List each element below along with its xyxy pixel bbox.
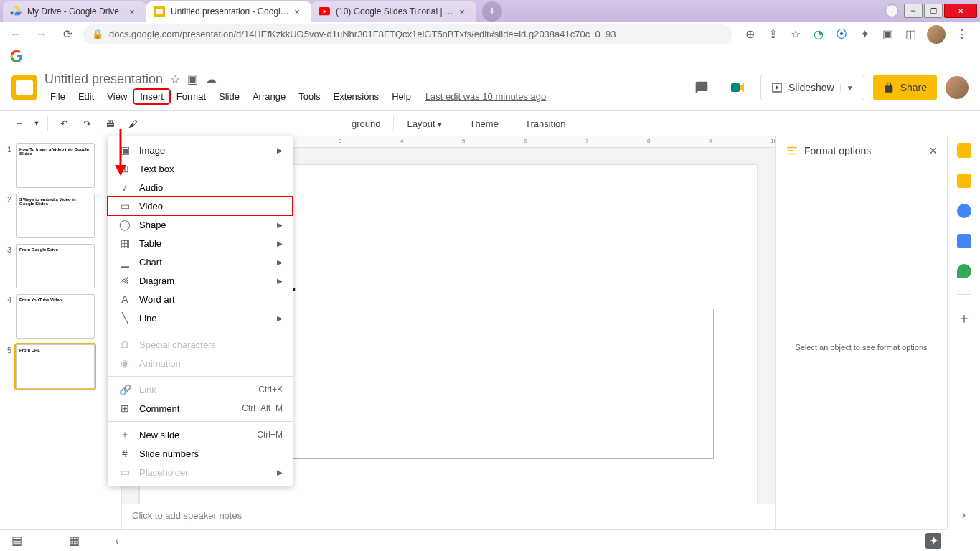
- menu-item-label: Video: [139, 201, 283, 212]
- tab-close-button[interactable]: ×: [129, 6, 139, 17]
- insert-menu-slide-numbers[interactable]: #Slide numbers: [108, 444, 293, 463]
- slide-thumbnail[interactable]: From YouTube Video: [16, 294, 95, 339]
- slideshow-dropdown-icon[interactable]: ▼: [840, 84, 854, 92]
- toolbar-layout[interactable]: Layout▼: [400, 118, 450, 129]
- addons-button[interactable]: ＋: [957, 311, 971, 325]
- keep-icon[interactable]: [957, 174, 971, 188]
- menu-tools[interactable]: Tools: [293, 90, 326, 103]
- menu-file[interactable]: File: [44, 90, 71, 103]
- newslide-icon: ＋: [118, 428, 132, 441]
- browser-profile-avatar[interactable]: [927, 25, 946, 44]
- window-minimize-button[interactable]: ━: [904, 4, 923, 18]
- insert-menu-diagram[interactable]: ⫷Diagram▶: [108, 271, 293, 290]
- submenu-arrow-icon: ▶: [277, 221, 283, 229]
- menu-view[interactable]: View: [101, 90, 133, 103]
- reload-button[interactable]: ⟳: [57, 24, 77, 44]
- browser-tab[interactable]: My Drive - Google Drive×: [3, 1, 146, 22]
- browser-tab[interactable]: Untitled presentation - Google Sl×: [146, 1, 311, 22]
- window-close-button[interactable]: ✕: [944, 4, 977, 18]
- slide-thumbnail[interactable]: From Google Drive: [16, 244, 95, 288]
- slides-logo-icon[interactable]: [11, 75, 37, 100]
- bookmark-icon[interactable]: ☆: [789, 28, 802, 41]
- contacts-icon[interactable]: [957, 234, 971, 248]
- close-panel-button[interactable]: ×: [929, 143, 937, 159]
- chrome-menu-icon[interactable]: ⋮: [956, 28, 969, 41]
- new-tab-button[interactable]: +: [482, 1, 502, 22]
- new-slide-button[interactable]: ＋: [9, 113, 29, 133]
- grid-view-button[interactable]: ▦: [63, 532, 85, 550]
- collapse-button[interactable]: ‹: [106, 532, 128, 550]
- calendar-icon[interactable]: [957, 143, 971, 158]
- hide-side-panel-icon[interactable]: ›: [957, 508, 971, 522]
- insert-menu-new-slide[interactable]: ＋New slideCtrl+M: [108, 425, 293, 444]
- share-page-icon[interactable]: ⇪: [766, 28, 779, 41]
- toolbar-theme[interactable]: Theme: [462, 118, 505, 129]
- side-panel-icon[interactable]: ◫: [904, 28, 917, 41]
- tab-title: Untitled presentation - Google Sl: [171, 6, 290, 17]
- extension-icon-1[interactable]: ◔: [812, 28, 825, 41]
- redo-button[interactable]: ↷: [77, 113, 97, 133]
- share-button[interactable]: Share: [873, 75, 937, 100]
- insert-menu-table[interactable]: ▦Table▶: [108, 234, 293, 253]
- explore-button[interactable]: ✦: [925, 533, 941, 549]
- meet-button[interactable]: [723, 75, 752, 100]
- insert-menu-word-art[interactable]: AWord art: [108, 290, 293, 309]
- tasks-icon[interactable]: [957, 204, 971, 218]
- menu-edit[interactable]: Edit: [72, 90, 100, 103]
- insert-menu-audio[interactable]: ♪Audio: [108, 178, 293, 197]
- insert-menu-chart[interactable]: ▁Chart▶: [108, 253, 293, 271]
- back-button[interactable]: ←: [6, 24, 26, 44]
- insert-menu-comment[interactable]: ⊞CommentCtrl+Alt+M: [108, 399, 293, 418]
- menu-help[interactable]: Help: [386, 90, 417, 103]
- tab-close-button[interactable]: ×: [459, 6, 469, 17]
- submenu-arrow-icon: ▶: [277, 258, 283, 266]
- insert-menu-line[interactable]: ╲Line▶: [108, 309, 293, 327]
- tab-close-button[interactable]: ×: [294, 6, 304, 17]
- paint-format-button[interactable]: 🖌: [123, 113, 143, 133]
- insert-menu-video[interactable]: ▭Video: [108, 197, 293, 215]
- doc-title[interactable]: Untitled presentation: [44, 72, 163, 87]
- menu-arrange[interactable]: Arrange: [247, 90, 291, 103]
- svg-rect-3: [731, 83, 740, 92]
- slideshow-button[interactable]: Slideshow ▼: [760, 75, 864, 100]
- menu-item-label: New slide: [139, 430, 257, 441]
- submenu-arrow-icon: ▶: [277, 146, 283, 154]
- insert-menu-image[interactable]: ▣Image▶: [108, 141, 293, 159]
- slide-thumbnail[interactable]: 3 Ways to embed a Video in Google Slides: [16, 194, 95, 238]
- submenu-arrow-icon: ▶: [277, 314, 283, 322]
- speaker-notes[interactable]: Click to add speaker notes: [122, 504, 775, 529]
- insert-menu-text-box[interactable]: ⊞Text box: [108, 159, 293, 178]
- insert-menu-animation: ◉Animation: [108, 354, 293, 372]
- maps-icon[interactable]: [957, 264, 971, 278]
- toolbar-background[interactable]: ground: [344, 118, 387, 129]
- reading-list-icon[interactable]: ▣: [881, 28, 894, 41]
- extension-icon-2[interactable]: ⦿: [835, 28, 848, 41]
- forward-button[interactable]: →: [32, 24, 52, 44]
- account-avatar[interactable]: [946, 76, 969, 99]
- extensions-icon[interactable]: ✦: [858, 28, 871, 41]
- filmstrip-view-button[interactable]: ▤: [6, 532, 27, 550]
- tab-favicon-icon: [10, 6, 22, 17]
- cloud-status-icon[interactable]: ☁: [205, 72, 217, 86]
- chrome-account-icon[interactable]: [885, 4, 898, 17]
- menu-slide[interactable]: Slide: [213, 90, 245, 103]
- move-icon[interactable]: ▣: [187, 72, 198, 86]
- undo-button[interactable]: ↶: [54, 113, 74, 133]
- zoom-icon[interactable]: ⊕: [743, 28, 756, 41]
- address-bar[interactable]: 🔒 docs.google.com/presentation/d/14HEfKz…: [83, 24, 732, 44]
- insert-menu-shape[interactable]: ◯Shape▶: [108, 215, 293, 234]
- slide-thumbnail[interactable]: From URL: [16, 344, 95, 389]
- menu-insert[interactable]: Insert: [134, 90, 169, 103]
- star-icon[interactable]: ☆: [170, 72, 180, 86]
- browser-tab[interactable]: (10) Google Slides Tutorial | How×: [311, 1, 476, 22]
- slide-thumbnails-panel[interactable]: 1How To Insert a Video into Google Slide…: [0, 136, 122, 529]
- menu-format[interactable]: Format: [171, 90, 212, 103]
- menu-extensions[interactable]: Extensions: [328, 90, 385, 103]
- print-button[interactable]: 🖶: [100, 113, 120, 133]
- slide-thumbnail[interactable]: How To Insert a Video into Google Slides: [16, 143, 95, 188]
- toolbar-transition[interactable]: Transition: [518, 118, 573, 129]
- new-slide-dropdown-icon[interactable]: ▼: [32, 113, 42, 133]
- comments-button[interactable]: [689, 75, 715, 100]
- window-maximize-button[interactable]: ❐: [924, 4, 943, 18]
- last-edit-link[interactable]: Last edit was 10 minutes ago: [425, 91, 546, 102]
